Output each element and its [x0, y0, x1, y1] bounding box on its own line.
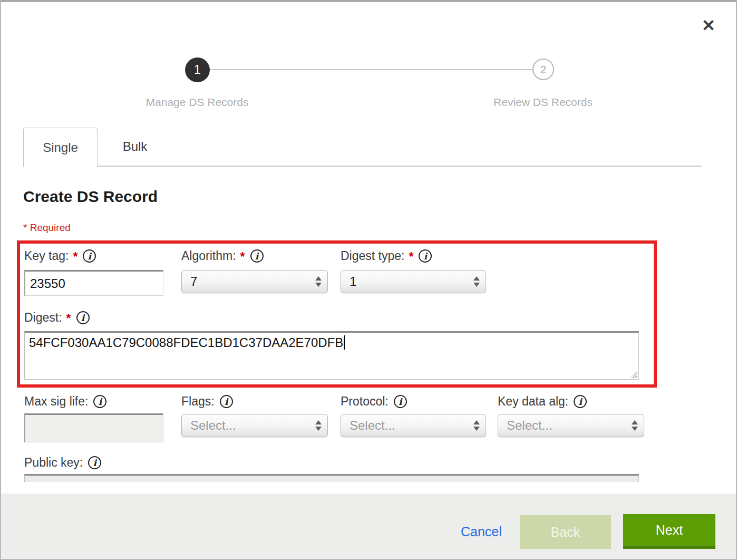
- key-tag-label-text: Key tag:: [24, 249, 69, 263]
- digest-type-info-icon[interactable]: i: [419, 249, 432, 263]
- digest-type-label: Digest type: * i: [341, 249, 432, 263]
- protocol-select[interactable]: Select...: [341, 414, 486, 437]
- protocol-select-value: Select...: [350, 418, 395, 433]
- max-sig-life-label: Max sig life: i: [24, 394, 106, 409]
- cancel-button[interactable]: Cancel: [461, 524, 502, 539]
- key-data-alg-label: Key data alg: i: [498, 394, 587, 409]
- algorithm-label-text: Algorithm:: [181, 249, 236, 263]
- digest-value: 54FCF030AA1C79C0088FDEC1BD1C37DAA2E70DFB: [29, 335, 343, 350]
- text-caret: [344, 335, 345, 350]
- select-arrows-icon: [632, 420, 638, 431]
- algorithm-select[interactable]: 7: [181, 270, 328, 293]
- required-note: * Required: [23, 222, 71, 234]
- public-key-info-icon[interactable]: i: [88, 456, 101, 469]
- back-button: Back: [520, 515, 611, 549]
- protocol-label-text: Protocol:: [341, 394, 389, 409]
- key-tag-required-star: *: [73, 250, 77, 264]
- digest-type-label-text: Digest type:: [341, 249, 404, 263]
- stepper-step-2-label: Review DS Records: [464, 96, 622, 109]
- page-title: Create DS Record: [23, 188, 158, 206]
- select-arrows-icon: [315, 276, 322, 287]
- digest-label-text: Digest:: [24, 311, 62, 325]
- public-key-textarea[interactable]: [24, 474, 639, 482]
- select-arrows-icon: [473, 276, 480, 287]
- max-sig-life-info-icon[interactable]: i: [93, 395, 106, 408]
- max-sig-life-input: [24, 413, 163, 442]
- max-sig-life-label-text: Max sig life:: [24, 394, 88, 409]
- key-tag-label: Key tag: * i: [24, 249, 96, 263]
- resize-grip-icon[interactable]: [630, 371, 637, 378]
- digest-required-star: *: [66, 312, 71, 326]
- stepper-step-2-circle: 2: [532, 59, 554, 80]
- algorithm-label: Algorithm: * i: [181, 249, 264, 263]
- digest-type-select[interactable]: 1: [341, 270, 486, 293]
- flags-select[interactable]: Select...: [181, 414, 328, 437]
- close-icon[interactable]: ✕: [698, 15, 719, 36]
- tab-underline: [98, 166, 702, 167]
- stepper-connector-line: [209, 69, 532, 70]
- create-ds-record-dialog: ✕ 1 2 Manage DS Records Review DS Record…: [0, 0, 737, 560]
- key-data-alg-info-icon[interactable]: i: [574, 395, 587, 408]
- key-data-alg-select-value: Select...: [507, 418, 552, 433]
- digest-label: Digest: * i: [24, 311, 90, 325]
- algorithm-info-icon[interactable]: i: [250, 249, 264, 263]
- key-tag-info-icon[interactable]: i: [83, 249, 96, 263]
- select-arrows-icon: [473, 420, 480, 431]
- digest-info-icon[interactable]: i: [76, 311, 90, 324]
- flags-label-text: Flags:: [181, 394, 215, 409]
- digest-type-required-star: *: [409, 250, 413, 264]
- digest-type-select-value: 1: [350, 274, 356, 289]
- public-key-label: Public key: i: [24, 456, 101, 470]
- select-arrows-icon: [315, 420, 322, 431]
- protocol-info-icon[interactable]: i: [394, 395, 407, 408]
- flags-select-value: Select...: [190, 418, 236, 433]
- stepper-step-1-circle: 1: [185, 57, 210, 82]
- protocol-label: Protocol: i: [341, 394, 407, 409]
- flags-label: Flags: i: [181, 394, 233, 409]
- tab-bulk[interactable]: Bulk: [98, 128, 172, 166]
- next-button[interactable]: Next: [623, 514, 715, 549]
- digest-textarea[interactable]: 54FCF030AA1C79C0088FDEC1BD1C37DAA2E70DFB: [24, 331, 639, 380]
- algorithm-required-star: *: [240, 250, 245, 264]
- key-tag-input[interactable]: [24, 270, 163, 296]
- key-data-alg-label-text: Key data alg:: [498, 394, 568, 409]
- flags-info-icon[interactable]: i: [220, 395, 233, 408]
- stepper-step-1-label: Manage DS Records: [118, 96, 276, 109]
- key-data-alg-select[interactable]: Select...: [498, 414, 644, 437]
- algorithm-select-value: 7: [190, 274, 197, 289]
- public-key-label-text: Public key:: [24, 456, 83, 470]
- tab-single[interactable]: Single: [23, 128, 98, 167]
